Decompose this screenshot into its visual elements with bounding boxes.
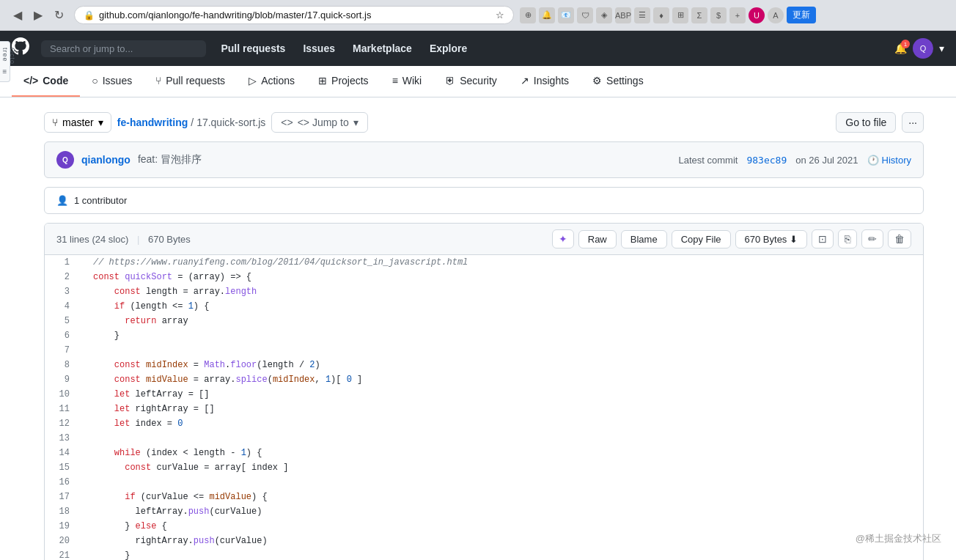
file-viewer-header: 31 lines (24 sloc) | 670 Bytes ✦ Raw Bla… [45, 224, 923, 255]
breadcrumb-separator: / [191, 117, 194, 128]
line-number[interactable]: 3 [45, 284, 81, 299]
insights-icon: ↗ [521, 75, 529, 86]
line-number[interactable]: 14 [45, 446, 81, 460]
extension-icon-9[interactable]: ⊞ [672, 7, 688, 23]
file-viewer: 31 lines (24 sloc) | 670 Bytes ✦ Raw Bla… [44, 223, 924, 560]
extension-icon-12[interactable]: + [729, 7, 746, 23]
line-number[interactable]: 5 [45, 314, 81, 328]
line-number[interactable]: 16 [45, 475, 81, 490]
table-row: 8 const midIndex = Math.floor(length / 2… [45, 358, 923, 372]
octotree-toggle[interactable]: Octotree ≡ [0, 41, 10, 82]
breadcrumb-repo[interactable]: fe-handwriting [117, 117, 188, 128]
extension-icon-7[interactable]: ☰ [634, 7, 650, 23]
chevron-down-icon[interactable]: ▾ [939, 43, 944, 54]
line-number[interactable]: 1 [45, 255, 81, 270]
nav-wiki[interactable]: ≡ Wiki [380, 66, 434, 97]
table-row: 5 return array [45, 314, 923, 328]
table-row: 1// https://www.ruanyifeng.com/blog/2011… [45, 255, 923, 270]
table-row: 15 const curValue = array[ index ] [45, 460, 923, 475]
line-number[interactable]: 10 [45, 387, 81, 402]
author-avatar: Q [56, 151, 74, 169]
line-code: } else { [81, 519, 923, 534]
blame-button[interactable]: Blame [621, 230, 667, 248]
line-count: 31 lines [56, 234, 89, 245]
nav-security[interactable]: ⛨ Security [433, 66, 509, 97]
extension-icon-2[interactable]: 🔔 [539, 7, 555, 23]
copy-raw-button[interactable]: ⎘ [838, 229, 857, 248]
line-number[interactable]: 21 [45, 548, 81, 560]
extension-icon-1[interactable]: ⊕ [520, 7, 536, 23]
line-number[interactable]: 4 [45, 299, 81, 314]
gh-explore[interactable]: Explore [427, 37, 470, 60]
line-number[interactable]: 6 [45, 328, 81, 343]
branch-name: master [62, 117, 94, 128]
display-mode-button[interactable]: ⊡ [812, 229, 834, 248]
gh-pullrequests[interactable]: Pull requests [218, 37, 288, 60]
table-row: 20 rightArray.push(curValue) [45, 534, 923, 548]
gh-marketplace[interactable]: Marketplace [350, 37, 415, 60]
raw-button[interactable]: Raw [578, 230, 617, 248]
copilot-button[interactable]: ✦ [552, 229, 574, 248]
browser-chrome: ◀ ▶ ↻ 🔒 github.com/qianlongo/fe-handwrit… [0, 0, 956, 31]
gh-issues[interactable]: Issues [300, 37, 338, 60]
lock-icon: 🔒 [84, 10, 95, 21]
line-number[interactable]: 19 [45, 519, 81, 534]
line-number[interactable]: 20 [45, 534, 81, 548]
table-row: 18 leftArray.push(curValue) [45, 504, 923, 519]
extension-icon-10[interactable]: Σ [691, 7, 707, 23]
nav-issues[interactable]: ○ Issues [80, 66, 144, 97]
extension-icon-4[interactable]: 🛡 [577, 7, 593, 23]
update-button[interactable]: 更新 [787, 7, 816, 23]
notification-icon[interactable]: 🔔 1 [894, 43, 907, 54]
line-number[interactable]: 9 [45, 372, 81, 387]
line-number[interactable]: 18 [45, 504, 81, 519]
gh-search[interactable]: Search or jump to... [41, 40, 206, 57]
line-number[interactable]: 17 [45, 490, 81, 504]
refresh-button[interactable]: ↻ [50, 7, 68, 23]
extension-icon-6[interactable]: ABP [615, 7, 631, 23]
extension-icon-5[interactable]: ◈ [596, 7, 612, 23]
line-number[interactable]: 8 [45, 358, 81, 372]
line-code: const midIndex = Math.floor(length / 2) [81, 358, 923, 372]
profile-icon[interactable]: U [749, 7, 765, 23]
back-button[interactable]: ◀ [9, 7, 26, 23]
size-button[interactable]: 670 Bytes ⬇ [735, 230, 807, 248]
nav-code[interactable]: </> Code [12, 66, 80, 97]
extension-icon-3[interactable]: 📧 [558, 7, 574, 23]
stats-separator: | [137, 234, 139, 245]
copy-file-button[interactable]: Copy File [672, 230, 731, 248]
nav-insights[interactable]: ↗ Insights [509, 66, 581, 97]
user-avatar[interactable]: Q [913, 38, 933, 59]
line-number[interactable]: 15 [45, 460, 81, 475]
jump-to-button[interactable]: <> <> Jump to ▾ [271, 112, 367, 133]
contributor-bar: 👤 1 contributor [44, 187, 924, 214]
more-options-button[interactable]: ··· [902, 112, 924, 133]
forward-button[interactable]: ▶ [29, 7, 47, 23]
history-link[interactable]: 🕐 History [867, 155, 911, 166]
contributor-icon: 👤 [56, 195, 68, 206]
branch-selector[interactable]: ⑂ master ▾ [44, 112, 111, 133]
line-number[interactable]: 11 [45, 402, 81, 416]
nav-projects[interactable]: ⊞ Projects [306, 66, 380, 97]
line-number[interactable]: 2 [45, 270, 81, 284]
delete-button[interactable]: 🗑 [888, 229, 911, 248]
commit-author[interactable]: qianlongo [81, 154, 130, 166]
commit-hash[interactable]: 983ec89 [746, 155, 787, 166]
nav-actions[interactable]: ▷ Actions [237, 66, 306, 97]
go-to-file-button[interactable]: Go to file [836, 112, 896, 133]
main-content: ⑂ master ▾ fe-handwriting / 17.quick-sor… [9, 97, 947, 560]
code-container: 1// https://www.ruanyifeng.com/blog/2011… [45, 255, 923, 560]
edit-button[interactable]: ✏ [861, 229, 883, 248]
nav-pullrequests[interactable]: ⑂ Pull requests [144, 66, 237, 97]
account-icon[interactable]: A [768, 7, 784, 23]
line-number[interactable]: 12 [45, 416, 81, 431]
extension-icon-11[interactable]: $ [710, 7, 727, 23]
nav-settings[interactable]: ⚙ Settings [581, 66, 655, 97]
line-code: const quickSort = (array) => { [81, 270, 923, 284]
line-number[interactable]: 7 [45, 343, 81, 358]
sloc-count: (24 sloc) [92, 234, 128, 245]
table-row: 3 const length = array.length [45, 284, 923, 299]
line-number[interactable]: 13 [45, 431, 81, 446]
address-bar[interactable]: 🔒 github.com/qianlongo/fe-handwriting/bl… [74, 6, 514, 24]
extension-icon-8[interactable]: ♦ [653, 7, 669, 23]
